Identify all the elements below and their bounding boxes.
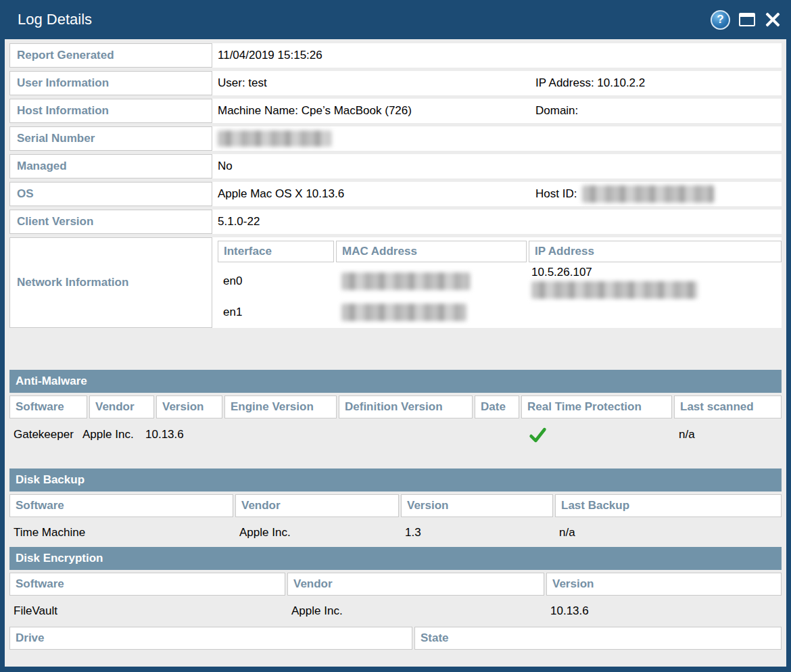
- column-header-version: Version: [156, 395, 222, 418]
- interface-value: en1: [218, 300, 334, 325]
- user-information-row: User Information User: test IP Address: …: [9, 71, 782, 95]
- column-header-software: Software: [9, 395, 87, 418]
- log-details-window: Log Details ? Report Generated 11/04/201…: [0, 0, 791, 672]
- version-value: 10.13.6: [546, 604, 782, 618]
- column-header-vendor: Vendor: [287, 573, 544, 596]
- anti-malware-section-header: Anti-Malware: [9, 370, 782, 393]
- disk-encryption-row: FileVault Apple Inc. 10.13.6: [9, 598, 782, 624]
- vendor-value: Apple Inc.: [287, 604, 546, 618]
- column-header-last-backup: Last Backup: [555, 494, 782, 517]
- drive-state-table-header: Drive State: [9, 627, 782, 650]
- column-header-vendor: Vendor: [89, 395, 154, 418]
- user-information-label: User Information: [9, 71, 212, 95]
- network-row-en1: en1: [218, 300, 782, 325]
- managed-row: Managed No: [9, 154, 782, 178]
- last-backup-value: n/a: [555, 526, 782, 539]
- os-value: Apple Mac OS X 10.13.6: [218, 187, 535, 201]
- green-check-icon: [529, 426, 547, 444]
- column-header-state: State: [414, 627, 782, 650]
- window-title: Log Details: [18, 11, 92, 28]
- disk-encryption-section-header: Disk Encryption: [9, 547, 782, 570]
- column-header-engine-version: Engine Version: [224, 395, 337, 418]
- os-label: OS: [9, 182, 212, 206]
- close-icon[interactable]: [764, 12, 782, 27]
- column-header-mac-address: MAC Address: [336, 241, 527, 262]
- column-header-software: Software: [9, 494, 233, 517]
- serial-number-row: Serial Number: [9, 126, 782, 151]
- serial-number-label: Serial Number: [9, 126, 212, 151]
- column-header-version: Version: [546, 573, 782, 596]
- anti-malware-row: Gatekeeper Apple Inc. 10.13.6 n/a: [9, 421, 782, 448]
- version-value: 1.3: [401, 526, 555, 539]
- network-row-en0: en0 10.5.26.107: [218, 262, 782, 300]
- ip-address-value: 10.5.26.107: [531, 266, 592, 279]
- report-generated-label: Report Generated: [9, 43, 212, 68]
- software-value: FileVault: [9, 604, 287, 618]
- column-header-definition-version: Definition Version: [339, 395, 473, 418]
- software-value: Time Machine: [9, 526, 235, 539]
- managed-value: No: [218, 160, 535, 173]
- interface-value: en0: [218, 262, 334, 300]
- network-information-label: Network Information: [9, 237, 212, 328]
- host-information-row: Host Information Machine Name: Cpe’s Mac…: [9, 99, 782, 123]
- redacted-mac-address: [341, 272, 470, 290]
- redacted-mac-address: [341, 304, 466, 321]
- titlebar: Log Details ?: [0, 0, 791, 39]
- column-header-real-time-protection: Real Time Protection: [521, 395, 672, 418]
- vendor-value: Apple Inc.: [82, 428, 145, 441]
- redacted-serial-number: [218, 130, 331, 147]
- column-header-ip-address: IP Address: [529, 241, 782, 262]
- disk-encryption-table-header: Software Vendor Version: [9, 573, 782, 596]
- column-header-date: Date: [475, 395, 519, 418]
- titlebar-icons: ?: [711, 10, 782, 30]
- disk-backup-row: Time Machine Apple Inc. 1.3 n/a: [9, 520, 782, 546]
- column-header-interface: Interface: [218, 241, 334, 262]
- last-scanned-value: n/a: [674, 428, 782, 441]
- redacted-ip-detail: [531, 281, 698, 299]
- software-value: Gatekeeper: [14, 428, 82, 441]
- domain-value: Domain:: [535, 104, 782, 118]
- real-time-protection-cell: [523, 426, 674, 444]
- network-information-row: Network Information Interface MAC Addres…: [9, 237, 782, 328]
- column-header-drive: Drive: [9, 627, 412, 650]
- help-icon[interactable]: ?: [711, 10, 730, 30]
- client-version-label: Client Version: [9, 210, 212, 234]
- network-table: Interface MAC Address IP Address en0 10.…: [218, 237, 782, 328]
- disk-backup-table-header: Software Vendor Version Last Backup: [9, 494, 782, 517]
- version-value: 10.13.6: [145, 428, 523, 441]
- column-header-software: Software: [9, 573, 285, 596]
- anti-malware-table-header: Software Vendor Version Engine Version D…: [9, 395, 782, 418]
- column-header-version: Version: [401, 494, 553, 517]
- network-table-header: Interface MAC Address IP Address: [218, 241, 782, 262]
- client-version-value: 5.1.0-22: [218, 215, 535, 229]
- ip-address-value: [529, 300, 782, 325]
- host-id-label: Host ID:: [535, 187, 577, 201]
- report-generated-row: Report Generated 11/04/2019 15:15:26: [9, 43, 782, 68]
- vendor-value: Apple Inc.: [235, 526, 401, 539]
- host-information-label: Host Information: [9, 99, 212, 123]
- maximize-icon[interactable]: [739, 13, 755, 26]
- column-header-last-scanned: Last scanned: [674, 395, 782, 418]
- redacted-host-id: [582, 185, 714, 203]
- client-version-row: Client Version 5.1.0-22: [9, 210, 782, 234]
- column-header-vendor: Vendor: [235, 494, 399, 517]
- disk-backup-section-header: Disk Backup: [9, 469, 782, 491]
- machine-name-value: Machine Name: Cpe’s MacBook (726): [218, 104, 535, 118]
- log-details-content: Report Generated 11/04/2019 15:15:26 Use…: [5, 39, 786, 667]
- os-row: OS Apple Mac OS X 10.13.6 Host ID:: [9, 182, 782, 206]
- user-value: User: test: [218, 76, 535, 90]
- report-generated-value: 11/04/2019 15:15:26: [218, 49, 535, 62]
- ip-address-value: IP Address: 10.10.2.2: [535, 76, 782, 90]
- managed-label: Managed: [9, 154, 212, 178]
